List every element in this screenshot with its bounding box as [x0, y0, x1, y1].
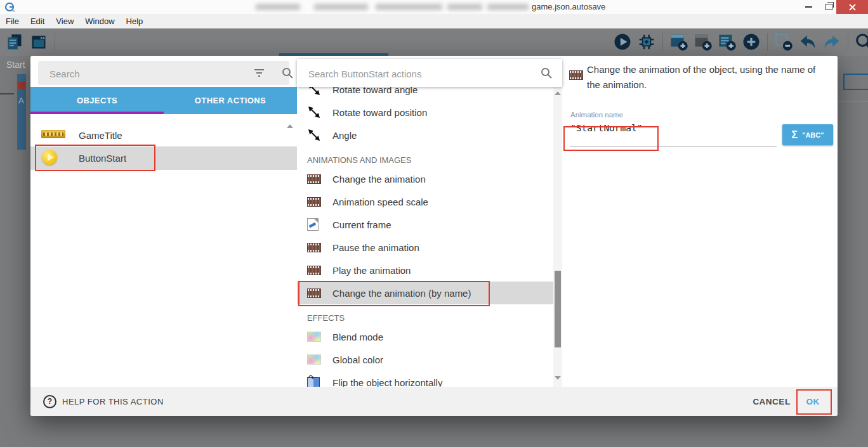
action-item[interactable]: Play the animation [297, 259, 553, 282]
action-search-input[interactable] [307, 59, 500, 88]
menu-help[interactable]: Help [121, 15, 149, 28]
menu-window[interactable]: Window [79, 15, 120, 28]
active-tab-indicator [30, 112, 164, 114]
toolbar-separator [662, 33, 663, 51]
window-title: game.json.autosave [532, 0, 605, 14]
film-strip-icon [307, 174, 332, 184]
action-item[interactable]: Blend mode [297, 325, 553, 348]
scroll-up-arrow[interactable] [555, 91, 561, 95]
redacted-title-text [256, 4, 300, 10]
toolbar-separator [55, 33, 55, 51]
global-color-icon [307, 354, 332, 365]
ok-button[interactable]: OK [798, 387, 828, 416]
background-text-field [843, 74, 868, 90]
close-button[interactable] [836, 0, 868, 14]
blend-mode-icon [307, 332, 332, 342]
action-item[interactable]: Flip the object horizontally [297, 371, 553, 387]
play-button-thumbnail-icon [42, 150, 79, 167]
title-bar: game.json.autosave [0, 0, 868, 15]
object-search-box [38, 61, 289, 85]
action-list: Rotate toward angle Rotate toward positi… [297, 56, 553, 387]
dialog-footer: ? HELP FOR THIS ACTION CANCEL OK [30, 387, 838, 416]
search-icon [541, 67, 552, 79]
menu-edit[interactable]: Edit [25, 15, 50, 28]
debug-preview-icon[interactable] [636, 32, 657, 52]
object-label: GameTitle [79, 130, 122, 141]
film-strip-icon [307, 243, 332, 252]
background-tab-label: Start P [6, 60, 32, 71]
cancel-button[interactable]: CANCEL [741, 387, 802, 416]
add-object-icon[interactable] [668, 32, 690, 52]
action-item[interactable]: Angle [297, 124, 553, 146]
object-item-buttonstart[interactable]: ButtonStart [30, 146, 297, 170]
events-sheet-icon[interactable] [4, 32, 25, 52]
action-description: Change the animation of the object, usin… [587, 62, 820, 93]
preview-play-icon[interactable] [612, 32, 633, 52]
animation-name-value[interactable]: "StartNormal" [570, 123, 643, 133]
search-toolbar-icon[interactable] [853, 32, 868, 52]
rotate-arrow-icon [307, 105, 332, 119]
search-icon [282, 67, 293, 79]
background-event-letter: A [18, 96, 24, 105]
action-search-box [297, 59, 562, 87]
menu-file[interactable]: File [0, 15, 25, 28]
tab-other-actions[interactable]: OTHER ACTIONS [164, 87, 297, 114]
action-item[interactable]: Global color [297, 348, 553, 371]
redacted-title-text [314, 4, 368, 10]
add-icon[interactable] [740, 32, 762, 52]
gdevelop-window: game.json.autosave File Edit View Window… [0, 0, 868, 447]
redacted-title-text [487, 4, 529, 10]
tab-objects[interactable]: OBJECTS [30, 87, 164, 114]
object-search-input[interactable] [48, 61, 241, 86]
sigma-icon: Σ [792, 129, 798, 141]
section-header-effects: EFFECTS [297, 304, 553, 325]
background-divider [838, 101, 868, 101]
gdevelop-logo-icon [4, 2, 15, 12]
background-ruler-line [0, 93, 14, 94]
expression-editor-button[interactable]: Σ "ABC" [782, 124, 833, 145]
help-link[interactable]: ? HELP FOR THIS ACTION [43, 387, 164, 416]
action-item[interactable]: Rotate toward position [297, 101, 553, 124]
minimize-icon [805, 6, 812, 8]
toolbar [0, 28, 868, 56]
menu-view[interactable]: View [50, 15, 79, 28]
toolbar-separator [767, 33, 768, 51]
action-item[interactable]: Change the animation [297, 167, 553, 190]
object-item-gametitle[interactable]: GameTitle [30, 124, 297, 146]
filter-icon[interactable] [254, 68, 265, 78]
left-scroll-up-arrow[interactable] [287, 124, 293, 128]
minimize-button[interactable] [798, 0, 819, 14]
film-strip-icon [569, 70, 583, 80]
action-item[interactable]: Pause the animation [297, 236, 553, 259]
angle-arrow-icon [307, 128, 332, 142]
redacted-title-text [376, 4, 442, 10]
add-external-layout-icon[interactable] [692, 32, 714, 52]
close-icon [849, 4, 856, 11]
menu-bar: File Edit View Window Help [0, 14, 868, 29]
action-item[interactable]: Current frame [297, 213, 553, 236]
background-object-thumbnail [18, 82, 25, 89]
help-icon: ? [43, 395, 56, 408]
redo-icon[interactable] [821, 32, 843, 52]
scroll-down-arrow[interactable] [555, 376, 561, 380]
action-item[interactable]: Animation speed scale [297, 190, 553, 213]
deselect-icon[interactable] [773, 32, 794, 52]
film-strip-icon [307, 266, 332, 275]
restore-icon [825, 4, 832, 10]
animation-name-label: Animation name [570, 111, 623, 119]
current-frame-icon [307, 218, 332, 231]
undo-icon[interactable] [797, 32, 819, 52]
action-item-selected[interactable]: Change the animation (by name) [297, 282, 553, 304]
scrollbar-thumb[interactable] [555, 271, 561, 347]
field-underline [570, 146, 777, 146]
scene-editor-icon[interactable] [28, 32, 49, 52]
object-tabs: OBJECTS OTHER ACTIONS [30, 87, 297, 114]
film-strip-icon [307, 288, 332, 298]
add-events-icon[interactable] [716, 32, 738, 52]
section-header-animations: ANIMATIONS AND IMAGES [297, 146, 553, 167]
film-strip-icon [307, 197, 332, 207]
action-editor-dialog: OBJECTS OTHER ACTIONS GameTitle ButtonSt… [30, 56, 838, 416]
object-label: ButtonStart [79, 153, 126, 164]
gametitle-thumbnail-icon [41, 129, 79, 141]
toolbar-separator [848, 33, 848, 51]
